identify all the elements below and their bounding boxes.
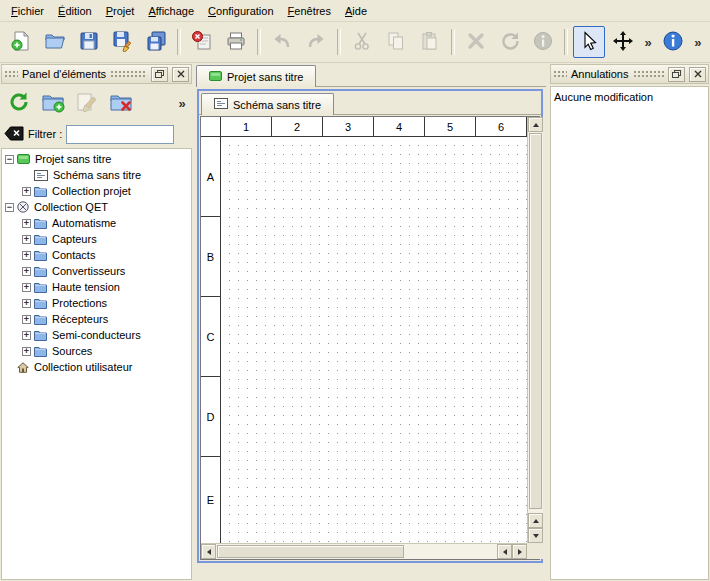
vertical-scrollbar[interactable]	[527, 117, 543, 543]
dock-grip	[110, 70, 147, 79]
expander-spacer	[22, 171, 31, 180]
tree-item-automatisme[interactable]: Automatisme	[2, 215, 191, 231]
tree-item-label: Schéma sans titre	[51, 169, 143, 181]
redo-button[interactable]	[300, 26, 332, 58]
reload-collections-button[interactable]	[3, 87, 35, 119]
menu-fenetres[interactable]: Fenêtres	[281, 3, 338, 19]
close-panel-button[interactable]	[172, 67, 189, 82]
horizontal-scroll-track[interactable]	[216, 544, 497, 559]
float-panel-button[interactable]	[668, 67, 685, 82]
expand-icon[interactable]	[22, 315, 31, 324]
panel-toolbar-overflow-button[interactable]: »	[175, 96, 189, 111]
clear-filter-button[interactable]	[4, 126, 24, 143]
folder-icon	[34, 250, 47, 261]
undo-button[interactable]	[266, 26, 298, 58]
expand-icon[interactable]	[22, 251, 31, 260]
expand-icon[interactable]	[22, 235, 31, 244]
menu-edition[interactable]: Édition	[51, 3, 99, 19]
vertical-scroll-thumb[interactable]	[529, 133, 542, 509]
print-icon	[225, 30, 247, 54]
folder-icon	[34, 330, 47, 341]
undo-panel-titlebar[interactable]: Annulations	[550, 64, 709, 84]
expand-icon[interactable]	[22, 283, 31, 292]
scroll-left-button[interactable]	[201, 544, 216, 559]
collapse-icon[interactable]	[5, 155, 14, 164]
scroll-down-button[interactable]	[528, 528, 543, 543]
menu-projet[interactable]: Projet	[99, 3, 142, 19]
expand-icon[interactable]	[22, 267, 31, 276]
menu-affichage[interactable]: Affichage	[141, 3, 201, 19]
expand-icon[interactable]	[22, 219, 31, 228]
rotate-button[interactable]	[494, 26, 526, 58]
expand-icon[interactable]	[22, 347, 31, 356]
tree-item-convertisseurs[interactable]: Convertisseurs	[2, 263, 191, 279]
tree-item-recepteurs[interactable]: Récepteurs	[2, 311, 191, 327]
close-file-button[interactable]	[186, 26, 218, 58]
schema-canvas[interactable]	[221, 137, 527, 543]
schema-tab-bar: Schéma sans titre	[199, 91, 541, 115]
project-tab-label: Projet sans titre	[227, 71, 303, 83]
tree-item-label: Récepteurs	[50, 313, 110, 325]
copy-button[interactable]	[380, 26, 412, 58]
cut-button[interactable]	[346, 26, 378, 58]
folder-icon	[34, 314, 47, 325]
expand-icon[interactable]	[22, 331, 31, 340]
tree-item-haute-tension[interactable]: Haute tension	[2, 279, 191, 295]
reload-icon	[7, 90, 31, 116]
schema-tab-label: Schéma sans titre	[233, 99, 321, 111]
save-all-button[interactable]	[141, 26, 173, 58]
scroll-up-button[interactable]	[528, 117, 543, 132]
horizontal-scroll-thumb[interactable]	[217, 545, 404, 558]
undo-list-item[interactable]: Aucune modification	[554, 89, 705, 105]
tree-item-collection-utilisateur[interactable]: Collection utilisateur	[2, 359, 191, 375]
move-mode-button[interactable]	[607, 26, 639, 58]
filter-row: Filtrer :	[0, 121, 193, 147]
delete-button[interactable]	[460, 26, 492, 58]
info-button[interactable]	[527, 26, 559, 58]
elements-panel-titlebar[interactable]: Panel d'éléments	[1, 64, 192, 84]
close-file-icon	[191, 30, 213, 54]
select-mode-button[interactable]	[573, 26, 605, 58]
print-button[interactable]	[220, 26, 252, 58]
save-as-button[interactable]	[107, 26, 139, 58]
tree-item-projet-sans-titre[interactable]: Projet sans titre	[2, 151, 191, 167]
menu-fichier[interactable]: Fichier	[4, 3, 51, 19]
tree-item-schema-sans-titre[interactable]: Schéma sans titre	[2, 167, 191, 183]
scroll-right-button[interactable]	[512, 544, 527, 559]
about-button[interactable]	[657, 26, 689, 58]
collapse-icon[interactable]	[5, 203, 14, 212]
tree-item-contacts[interactable]: Contacts	[2, 247, 191, 263]
paste-button[interactable]	[414, 26, 446, 58]
toolbar-overflow-button-2[interactable]: »	[691, 35, 705, 50]
tab-projet-sans-titre[interactable]: Projet sans titre	[196, 65, 316, 87]
tree-item-protections[interactable]: Protections	[2, 295, 191, 311]
edit-element-button[interactable]	[71, 87, 103, 119]
tree-item-capteurs[interactable]: Capteurs	[2, 231, 191, 247]
expand-icon[interactable]	[22, 299, 31, 308]
tree-item-sources[interactable]: Sources	[2, 343, 191, 359]
tree-item-label: Convertisseurs	[50, 265, 127, 277]
float-panel-button[interactable]	[151, 67, 168, 82]
scroll-left-button-2[interactable]	[497, 544, 512, 559]
filter-input[interactable]	[66, 125, 174, 144]
open-folder-icon	[44, 30, 66, 54]
open-button[interactable]	[39, 26, 71, 58]
menu-configuration[interactable]: Configuration	[201, 3, 280, 19]
close-panel-button[interactable]	[689, 67, 706, 82]
toolbar-overflow-button[interactable]: »	[641, 35, 655, 50]
expand-icon[interactable]	[22, 187, 31, 196]
delete-element-button[interactable]	[105, 87, 137, 119]
tree-item-collection-qet[interactable]: Collection QET	[2, 199, 191, 215]
toolbar-separator	[257, 29, 261, 55]
vertical-scroll-track[interactable]	[528, 132, 543, 513]
scroll-up-button-2[interactable]	[528, 513, 543, 528]
tree-item-semi-conducteurs[interactable]: Semi-conducteurs	[2, 327, 191, 343]
menu-aide[interactable]: Aide	[338, 3, 374, 19]
tab-schema-sans-titre[interactable]: Schéma sans titre	[201, 93, 334, 115]
horizontal-scrollbar[interactable]	[201, 543, 527, 559]
new-button[interactable]	[5, 26, 37, 58]
tree-item-collection-projet[interactable]: Collection projet	[2, 183, 191, 199]
save-button[interactable]	[73, 26, 105, 58]
new-element-button[interactable]	[37, 87, 69, 119]
project-tab-bar: Projet sans titre	[196, 63, 546, 87]
